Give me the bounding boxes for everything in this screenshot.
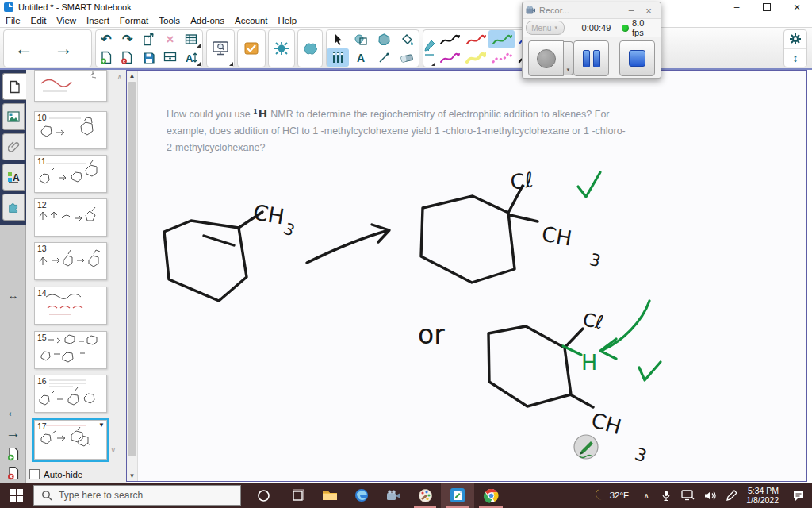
thumbnails-scroll-down[interactable]: ∨: [110, 446, 116, 454]
measure-tools-button[interactable]: [327, 48, 349, 67]
edge-button[interactable]: [346, 483, 377, 508]
sidebar-delete-page-button[interactable]: [0, 466, 26, 483]
page-thumbnail-9[interactable]: [34, 70, 107, 102]
pen-red-button[interactable]: [462, 30, 488, 48]
text-tool-button[interactable]: A: [350, 48, 372, 67]
page-thumbnail-16[interactable]: 16: [34, 375, 107, 413]
page-thumbnail-13[interactable]: 13: [34, 242, 107, 280]
taskbar-clock[interactable]: 5:34 PM 1/8/2022: [746, 486, 779, 505]
recorder-minimize-button[interactable]: –: [622, 5, 640, 16]
delete-button[interactable]: ×: [159, 30, 180, 48]
pen-black-button[interactable]: [436, 30, 462, 48]
tab-addons[interactable]: [2, 194, 25, 221]
thumbnails-scroll-up[interactable]: ∧: [117, 73, 122, 81]
page-thumbnail-17-selected[interactable]: 17 ▼: [34, 420, 107, 460]
record-options-dropdown[interactable]: ▼: [564, 41, 573, 75]
title-bar: Untitled * - SMART Notebook – ×: [0, 0, 812, 14]
recorder-menu-button[interactable]: Menu ▼: [526, 21, 565, 35]
minimize-button[interactable]: –: [722, 0, 752, 14]
pen-magenta-button[interactable]: [436, 48, 462, 67]
menu-edit[interactable]: Edit: [31, 16, 47, 25]
tab-page-sorter[interactable]: [2, 73, 26, 100]
document-check-button[interactable]: [238, 30, 265, 67]
task-view-button[interactable]: [281, 483, 314, 508]
page-thumbnail-15[interactable]: 15: [34, 331, 107, 369]
clay-tool-button[interactable]: [298, 30, 322, 67]
menu-help[interactable]: Help: [278, 16, 297, 25]
pen-yellow-highlighter-button[interactable]: [462, 48, 488, 67]
tab-gallery[interactable]: [2, 103, 25, 130]
smart-notebook-app-button[interactable]: [441, 483, 474, 508]
tab-properties[interactable]: A: [2, 164, 25, 190]
redo-button[interactable]: ↷: [117, 30, 138, 48]
pens-button[interactable]: [423, 30, 436, 67]
save-button[interactable]: [139, 48, 159, 67]
menu-tools[interactable]: Tools: [159, 16, 180, 25]
sidebar-resize-handle[interactable]: ↔: [0, 289, 26, 302]
line-tool-button[interactable]: [373, 48, 395, 67]
taskbar-search-box[interactable]: Type here to search: [33, 485, 241, 506]
recorder-title-bar[interactable]: Recor... – ×: [523, 2, 661, 18]
export-page-button[interactable]: [139, 30, 159, 48]
page-options-dropdown[interactable]: ▼: [98, 421, 105, 429]
restore-button[interactable]: [752, 0, 782, 14]
smart-bug-button[interactable]: [269, 30, 294, 67]
product2-methyl-bond: [570, 394, 593, 407]
weather-temperature[interactable]: 32°F: [610, 491, 629, 500]
auto-hide-checkbox[interactable]: [29, 469, 40, 479]
action-center-button[interactable]: [785, 483, 812, 508]
page-thumbnail-12[interactable]: 12: [34, 198, 107, 237]
page-thumbnail-11[interactable]: 11: [34, 155, 107, 193]
page-thumbnail-10[interactable]: 10: [34, 111, 107, 149]
tray-overflow-button[interactable]: ∧: [637, 483, 656, 508]
undo-button[interactable]: ↶: [96, 30, 117, 48]
menu-view[interactable]: View: [56, 16, 76, 25]
next-page-button[interactable]: →: [44, 31, 83, 66]
network-display-tray-button[interactable]: [676, 483, 699, 508]
tab-attachments[interactable]: [2, 133, 25, 160]
screen-recorder-app-button[interactable]: [377, 483, 409, 508]
sidebar-previous-page-button[interactable]: ←: [0, 403, 26, 421]
fill-tool-button[interactable]: [396, 30, 418, 48]
start-button[interactable]: [0, 483, 32, 508]
eraser-tool-button[interactable]: [396, 48, 418, 67]
paint-app-button[interactable]: [409, 483, 441, 508]
menu-account[interactable]: Account: [235, 16, 268, 25]
pen-tray-button[interactable]: [721, 483, 743, 508]
sidebar-next-page-button[interactable]: →: [0, 425, 26, 442]
file-explorer-button[interactable]: [314, 483, 346, 508]
sort-objects-button[interactable]: A: [181, 48, 201, 67]
chrome-app-button[interactable]: [474, 483, 508, 508]
delete-page-button[interactable]: [117, 48, 138, 67]
toolbar-settings-button[interactable]: [784, 30, 806, 49]
stop-button[interactable]: [619, 40, 655, 76]
screen-capture-button[interactable]: [207, 30, 234, 67]
volume-tray-button[interactable]: [699, 483, 721, 508]
previous-page-button[interactable]: ←: [4, 31, 44, 66]
record-button[interactable]: [528, 40, 564, 76]
cortana-button[interactable]: [246, 483, 281, 508]
page-thumbnail-14[interactable]: 14: [34, 287, 107, 325]
menu-addons[interactable]: Add-ons: [190, 16, 224, 25]
add-page-button[interactable]: [96, 48, 117, 67]
recorder-close-button[interactable]: ×: [640, 5, 657, 17]
pen-pink-dotted-button[interactable]: [488, 48, 515, 67]
menu-format[interactable]: Format: [120, 16, 148, 25]
microphone-tray-button[interactable]: [656, 483, 676, 508]
menu-insert[interactable]: Insert: [86, 16, 109, 25]
polygon-tool-button[interactable]: [373, 30, 395, 48]
table-button[interactable]: [181, 30, 201, 48]
select-tool-button[interactable]: [327, 30, 349, 48]
toolbar-move-button[interactable]: ↕: [784, 49, 806, 67]
pause-button[interactable]: [573, 40, 609, 76]
text-tool-icon: A: [357, 52, 365, 64]
handwritten-ink-layer[interactable]: CH 3 Cℓ CH 3 or Cℓ H CH 3: [126, 70, 808, 482]
shapes-tool-button[interactable]: [350, 30, 372, 48]
close-button[interactable]: ×: [782, 0, 812, 14]
weather-moon-icon[interactable]: [589, 483, 610, 508]
pen-green-button[interactable]: [488, 30, 515, 48]
screen-shade-button[interactable]: [159, 48, 180, 67]
previous-page-icon: ←: [6, 403, 21, 420]
menu-file[interactable]: File: [6, 16, 21, 25]
sidebar-add-page-button[interactable]: [0, 447, 26, 464]
